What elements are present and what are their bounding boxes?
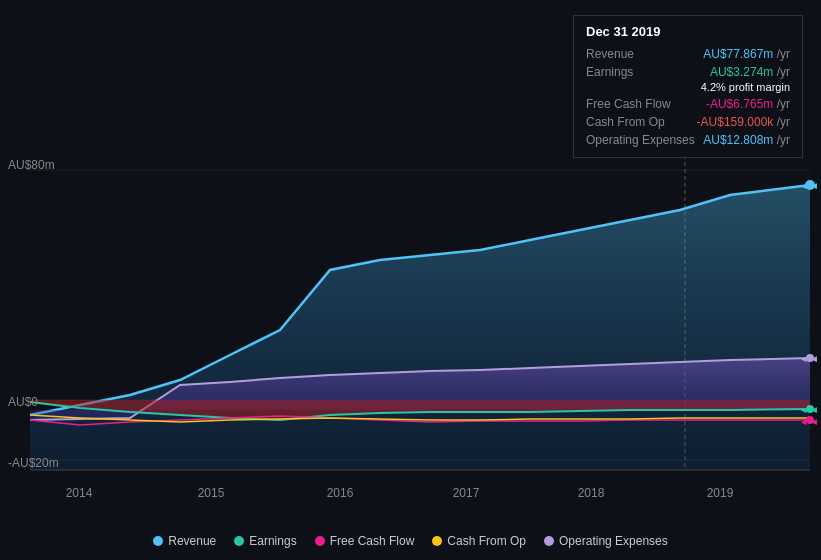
x-label-2019: 2019	[707, 486, 734, 500]
legend-earnings[interactable]: Earnings	[234, 534, 296, 548]
legend-label-revenue: Revenue	[168, 534, 216, 548]
tooltip-opex: Operating Expenses AU$12.808m /yr	[586, 131, 790, 149]
side-indicator-earnings: ◄	[799, 404, 819, 415]
x-label-2017: 2017	[453, 486, 480, 500]
legend-dot-opex	[544, 536, 554, 546]
legend-cashfromop[interactable]: Cash From Op	[432, 534, 526, 548]
side-indicator-opex: ◄	[799, 353, 819, 364]
legend-dot-cashfromop	[432, 536, 442, 546]
side-indicator-fcf: ◄	[799, 416, 819, 427]
legend-dot-fcf	[315, 536, 325, 546]
legend-dot-earnings	[234, 536, 244, 546]
legend: Revenue Earnings Free Cash Flow Cash Fro…	[0, 534, 821, 548]
legend-label-opex: Operating Expenses	[559, 534, 668, 548]
tooltip-revenue: Revenue AU$77.867m /yr	[586, 45, 790, 63]
tooltip-cashfromop: Cash From Op -AU$159.000k /yr	[586, 113, 790, 131]
x-label-2016: 2016	[327, 486, 354, 500]
y-label-top: AU$80m	[8, 158, 55, 172]
tooltip-fcf: Free Cash Flow -AU$6.765m /yr	[586, 95, 790, 113]
x-label-2018: 2018	[578, 486, 605, 500]
legend-label-cashfromop: Cash From Op	[447, 534, 526, 548]
tooltip-profit-margin: 4.2% profit margin	[586, 81, 790, 95]
tooltip-date: Dec 31 2019	[586, 24, 790, 39]
y-label-mid: AU$0	[8, 395, 38, 409]
legend-label-earnings: Earnings	[249, 534, 296, 548]
legend-revenue[interactable]: Revenue	[153, 534, 216, 548]
y-label-bot: -AU$20m	[8, 456, 59, 470]
chart-container: Dec 31 2019 Revenue AU$77.867m /yr Earni…	[0, 0, 821, 560]
x-label-2014: 2014	[66, 486, 93, 500]
legend-dot-revenue	[153, 536, 163, 546]
x-label-2015: 2015	[198, 486, 225, 500]
tooltip-earnings: Earnings AU$3.274m /yr	[586, 63, 790, 81]
legend-fcf[interactable]: Free Cash Flow	[315, 534, 415, 548]
side-indicator-revenue: ◄	[799, 180, 819, 191]
tooltip-card: Dec 31 2019 Revenue AU$77.867m /yr Earni…	[573, 15, 803, 158]
legend-label-fcf: Free Cash Flow	[330, 534, 415, 548]
legend-opex[interactable]: Operating Expenses	[544, 534, 668, 548]
